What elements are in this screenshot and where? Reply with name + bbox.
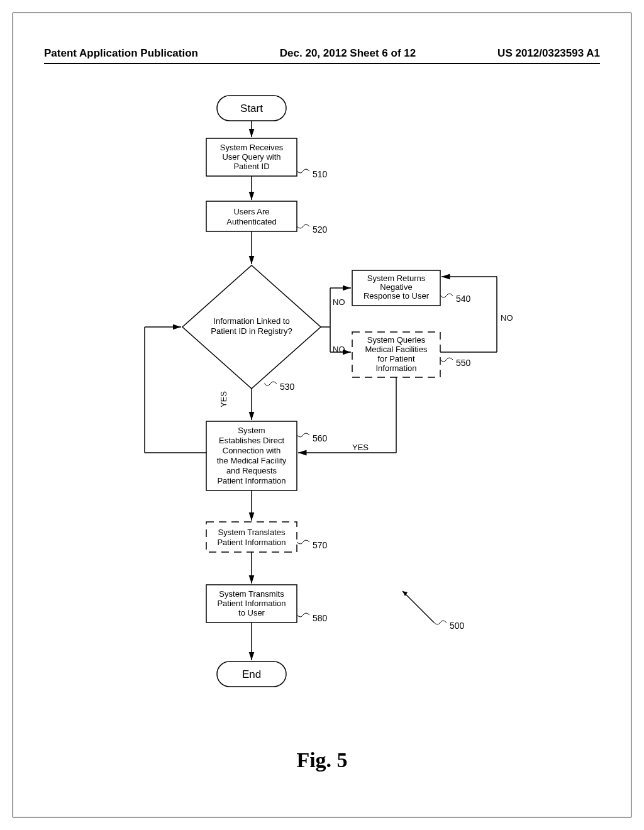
text-550-2: Medical Facilities: [365, 345, 428, 354]
ref-hook-580: [297, 613, 309, 617]
text-560-5: and Requests: [226, 466, 277, 475]
label-yes-530: YES: [219, 391, 228, 407]
text-510-3: Patient ID: [233, 162, 269, 171]
text-530-2: Patient ID in Registry?: [211, 326, 292, 336]
start-label: Start: [240, 102, 263, 114]
ref-hook-540: [440, 294, 453, 297]
ref-hook-520: [297, 224, 309, 228]
flowchart: Start System Receives User Query with Pa…: [0, 88, 644, 748]
text-580-3: to User: [238, 608, 265, 617]
ref-hook-500: [434, 621, 447, 624]
text-570-1: System Translates: [218, 528, 286, 537]
ref-580: 580: [313, 613, 328, 623]
ref-520: 520: [313, 224, 328, 235]
label-yes-550: YES: [352, 443, 369, 452]
ref-510: 510: [313, 169, 328, 179]
ref-500-line: [402, 591, 434, 622]
text-560-3: Connection with: [223, 446, 281, 455]
text-540-3: Response to User: [364, 291, 430, 301]
header-left: Patent Application Publication: [44, 47, 198, 60]
text-580-1: System Transmits: [219, 589, 284, 599]
ref-hook-570: [297, 540, 309, 544]
end-label: End: [242, 668, 261, 680]
text-510-2: User Query with: [222, 152, 280, 162]
text-550-3: for Patient: [377, 354, 415, 363]
text-560-2: Establishes Direct: [219, 436, 284, 445]
text-520-1: Users Are: [233, 207, 269, 216]
ref-540: 540: [456, 294, 471, 304]
text-550-4: Information: [375, 363, 416, 373]
text-570-2: Patient Information: [217, 538, 286, 547]
label-no-upper: NO: [333, 297, 345, 307]
text-550-1: System Queries: [367, 335, 426, 345]
text-540-2: Negative: [380, 282, 412, 292]
ref-hook-560: [297, 433, 309, 437]
header-divider: [44, 63, 600, 64]
header-center: Dec. 20, 2012 Sheet 6 of 12: [280, 47, 416, 60]
text-560-4: the Medical Facility: [217, 456, 287, 465]
ref-550: 550: [456, 358, 471, 368]
ref-560: 560: [313, 433, 328, 443]
ref-530: 530: [280, 382, 295, 392]
text-520-2: Authenticated: [226, 217, 277, 226]
ref-hook-530: [264, 382, 277, 385]
page-header: Patent Application Publication Dec. 20, …: [44, 47, 600, 60]
ref-hook-510: [297, 169, 309, 173]
text-560-6: Patient Information: [217, 476, 286, 485]
text-560-1: System: [238, 426, 265, 435]
label-no-550: NO: [501, 313, 513, 323]
text-540-1: System Returns: [367, 274, 426, 283]
ref-500: 500: [450, 621, 465, 631]
figure-label: Fig. 5: [0, 748, 644, 772]
ref-hook-550: [440, 358, 453, 362]
text-580-2: Patient Information: [217, 599, 286, 608]
header-right: US 2012/0323593 A1: [497, 47, 600, 60]
text-510-1: System Receives: [220, 143, 284, 152]
text-530-1: Information Linked to: [213, 316, 289, 326]
ref-570: 570: [313, 540, 328, 550]
